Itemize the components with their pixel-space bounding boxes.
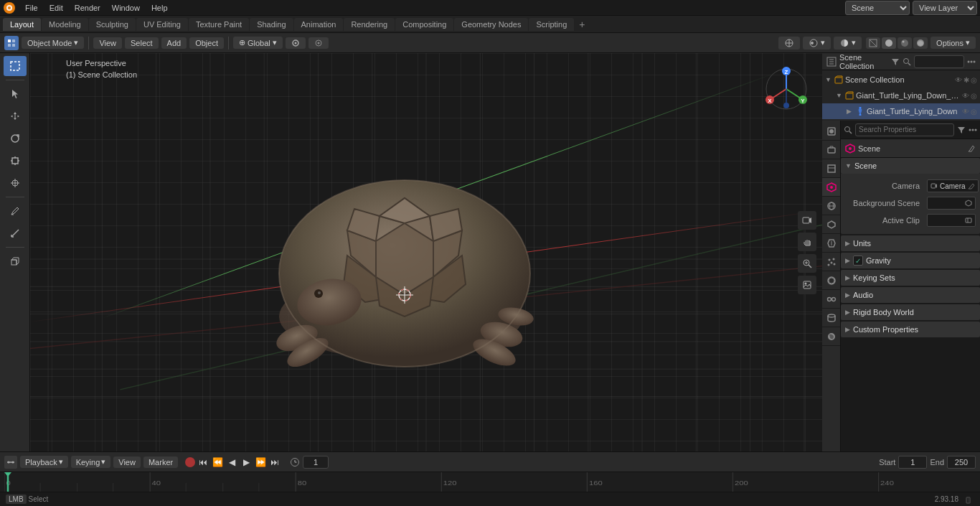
- prop-tab-output[interactable]: [822, 141, 841, 159]
- menu-help[interactable]: Help: [146, 2, 173, 14]
- view-toggle-2[interactable]: 👁: [962, 92, 969, 100]
- prop-section-custom-header[interactable]: ▶ Custom Properties: [841, 322, 980, 337]
- render-toggle-icon[interactable]: ◎: [971, 76, 977, 84]
- tab-geometry-nodes[interactable]: Geometry Nodes: [454, 18, 528, 31]
- add-menu[interactable]: Add: [161, 37, 187, 49]
- prop-section-scene-header[interactable]: ▼ Scene: [841, 158, 980, 174]
- edit-icon[interactable]: [968, 182, 975, 189]
- prop-tab-scene[interactable]: [822, 178, 841, 197]
- play-btn[interactable]: ▶: [240, 456, 253, 469]
- tool-annotate[interactable]: [4, 201, 27, 221]
- timeline-ruler[interactable]: 0 40 80 120 160 200 240: [4, 472, 976, 492]
- viewport-gizmo-widget[interactable]: Z Y X: [761, 64, 811, 114]
- add-workspace-button[interactable]: +: [575, 17, 589, 32]
- tool-cursor[interactable]: [4, 84, 27, 104]
- jump-start-btn[interactable]: ⏮: [197, 456, 209, 469]
- wireframe-mode[interactable]: [866, 37, 880, 49]
- marker-menu[interactable]: Marker: [143, 456, 178, 468]
- prop-tab-object[interactable]: [822, 215, 841, 234]
- tab-shading[interactable]: Shading: [250, 18, 293, 31]
- camera-value[interactable]: Camera: [927, 179, 979, 192]
- prop-tab-particles[interactable]: [822, 253, 841, 271]
- tab-scripting[interactable]: Scripting: [529, 18, 574, 31]
- viewport-nav-zoom[interactable]: [798, 254, 816, 273]
- viewlayer-dropdown[interactable]: View Layer: [913, 1, 977, 15]
- outliner-item-scene-collection[interactable]: ▼ Scene Collection 👁 ✱ ◎: [822, 72, 980, 88]
- step-back-btn[interactable]: ⏪: [211, 456, 224, 469]
- gravity-checkbox[interactable]: ✓: [853, 256, 863, 266]
- current-frame-display[interactable]: 1: [303, 456, 329, 469]
- view-toggle-icon[interactable]: 👁: [955, 76, 962, 84]
- prop-tab-modifier[interactable]: [822, 234, 841, 253]
- select-toggle-icon[interactable]: ✱: [963, 76, 969, 84]
- end-frame-input[interactable]: 250: [947, 456, 976, 469]
- proportional-toggle[interactable]: [308, 37, 329, 49]
- step-forward-btn[interactable]: ⏩: [254, 456, 267, 469]
- viewport-nav-image[interactable]: [798, 276, 816, 294]
- tab-rendering[interactable]: Rendering: [344, 18, 395, 31]
- prop-section-keying-header[interactable]: ▶ Keying Sets: [841, 270, 980, 286]
- outliner-filter-icon[interactable]: [891, 57, 900, 66]
- prop-section-gravity-header[interactable]: ▶ ✓ Gravity: [841, 253, 980, 268]
- tool-add-cube[interactable]: [4, 251, 27, 271]
- outliner-item-armature[interactable]: ▶ Giant_Turtle_Lying_Down 👁 ◎: [822, 103, 980, 119]
- tab-texture-paint[interactable]: Texture Paint: [189, 18, 249, 31]
- jump-end-btn[interactable]: ⏭: [268, 456, 281, 469]
- tool-measure[interactable]: [4, 223, 27, 243]
- rendered-mode[interactable]: [913, 37, 928, 49]
- properties-search-input[interactable]: [855, 123, 954, 136]
- render-toggle-3[interactable]: ◎: [971, 108, 977, 116]
- menu-render[interactable]: Render: [70, 2, 105, 14]
- tool-move[interactable]: [4, 106, 27, 126]
- overlay-toggle[interactable]: ▾: [803, 37, 831, 50]
- view-menu[interactable]: View: [93, 37, 122, 49]
- tab-compositing[interactable]: Compositing: [395, 18, 453, 31]
- prop-section-rigid-header[interactable]: ▶ Rigid Body World: [841, 304, 980, 320]
- prop-tab-render[interactable]: [822, 122, 841, 141]
- options-dropdown[interactable]: Options ▾: [930, 37, 976, 49]
- prop-tab-material[interactable]: [822, 327, 841, 346]
- view-toggle-3[interactable]: 👁: [962, 108, 969, 116]
- viewport-nav-camera[interactable]: [798, 211, 816, 230]
- viewport-mode-icon[interactable]: [4, 36, 19, 50]
- object-menu[interactable]: Object: [189, 37, 224, 49]
- timeline-mode-icon[interactable]: [4, 456, 17, 469]
- playback-menu[interactable]: Playback ▾: [20, 456, 68, 468]
- transform-dropdown[interactable]: ⊕ Global ▾: [233, 37, 283, 49]
- prop-filter-icon[interactable]: [957, 126, 966, 134]
- prop-tab-data[interactable]: [822, 309, 841, 327]
- tab-sculpting[interactable]: Sculpting: [89, 18, 136, 31]
- outliner-item-turtle-collection[interactable]: ▼ Giant_Turtle_Lying_Down_Po 👁 ◎: [822, 88, 980, 103]
- prop-tab-physics[interactable]: [822, 271, 841, 290]
- prop-section-audio-header[interactable]: ▶ Audio: [841, 287, 980, 303]
- prop-tab-world[interactable]: [822, 197, 841, 215]
- tab-animation[interactable]: Animation: [294, 18, 344, 31]
- prop-dots-icon[interactable]: [969, 126, 977, 134]
- shading-toggle[interactable]: ▾: [834, 37, 862, 50]
- snap-toggle[interactable]: [286, 37, 306, 49]
- prop-tab-constraints[interactable]: [822, 290, 841, 309]
- tool-scale[interactable]: [4, 151, 27, 171]
- select-menu[interactable]: Select: [125, 37, 159, 49]
- timeline-view-menu[interactable]: View: [113, 456, 141, 468]
- active-clip-value[interactable]: [927, 214, 976, 227]
- viewport-nav-hand[interactable]: [798, 233, 816, 251]
- menu-edit[interactable]: Edit: [44, 2, 68, 14]
- object-mode-dropdown[interactable]: Object Mode ▾: [22, 37, 84, 49]
- viewport-gizmos[interactable]: [778, 37, 800, 50]
- record-button[interactable]: [185, 457, 195, 467]
- render-toggle-2[interactable]: ◎: [971, 92, 977, 100]
- material-mode[interactable]: [897, 37, 912, 49]
- menu-file[interactable]: File: [20, 2, 43, 14]
- tool-select-box[interactable]: [4, 56, 27, 76]
- scene-edit-icon[interactable]: [967, 144, 976, 153]
- tab-uv-editing[interactable]: UV Editing: [136, 18, 188, 31]
- tool-rotate[interactable]: [4, 128, 27, 149]
- scene-dropdown[interactable]: Scene: [845, 1, 910, 15]
- bg-scene-value[interactable]: [927, 197, 976, 210]
- outliner-search-input[interactable]: [914, 55, 964, 68]
- prop-section-units-header[interactable]: ▶ Units: [841, 235, 980, 251]
- start-frame-input[interactable]: 1: [898, 456, 927, 469]
- tab-modeling[interactable]: Modeling: [42, 18, 88, 31]
- tab-layout[interactable]: Layout: [3, 18, 41, 31]
